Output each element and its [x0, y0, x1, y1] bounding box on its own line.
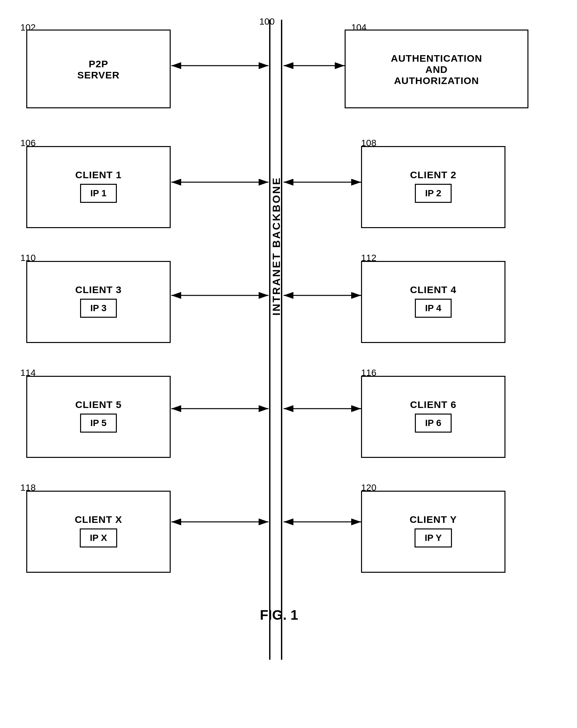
clientY-title: CLIENT Y — [406, 511, 460, 526]
clientX-title: CLIENT X — [72, 511, 126, 526]
p2p-server-box: P2PSERVER — [26, 29, 171, 108]
clientY-box: CLIENT Y IP Y — [361, 491, 505, 573]
client1-ip: IP 1 — [80, 184, 116, 203]
client5-box: CLIENT 5 IP 5 — [26, 376, 171, 458]
client2-ip: IP 2 — [415, 184, 451, 203]
client6-ip: IP 6 — [415, 414, 451, 433]
auth-box: AUTHENTICATIONANDAUTHORIZATION — [345, 29, 528, 108]
client5-title: CLIENT 5 — [72, 396, 125, 412]
client2-box: CLIENT 2 IP 2 — [361, 146, 505, 228]
client3-box: CLIENT 3 IP 3 — [26, 261, 171, 343]
client5-ip: IP 5 — [80, 414, 116, 433]
client4-box: CLIENT 4 IP 4 — [361, 261, 505, 343]
client2-title: CLIENT 2 — [406, 167, 460, 182]
diagram-container: INTRANET BACKBONE — [0, 0, 577, 728]
backbone-label-text: INTRANET BACKBONE — [270, 177, 283, 316]
client3-ip: IP 3 — [80, 299, 116, 318]
client6-title: CLIENT 6 — [406, 396, 460, 412]
clientX-ip: IP X — [80, 528, 117, 547]
client6-box: CLIENT 6 IP 6 — [361, 376, 505, 458]
client1-box: CLIENT 1 IP 1 — [26, 146, 171, 228]
backbone-label: INTRANET BACKBONE — [272, 131, 281, 361]
ref-100: 100 — [259, 17, 275, 27]
client4-ip: IP 4 — [415, 299, 451, 318]
fig-label: FIG. 1 — [230, 607, 328, 623]
clientY-ip: IP Y — [415, 528, 452, 547]
p2p-server-title: P2PSERVER — [74, 56, 123, 82]
client4-title: CLIENT 4 — [406, 282, 460, 297]
auth-title: AUTHENTICATIONANDAUTHORIZATION — [388, 50, 486, 88]
client1-title: CLIENT 1 — [72, 167, 125, 182]
clientX-box: CLIENT X IP X — [26, 491, 171, 573]
client3-title: CLIENT 3 — [72, 282, 125, 297]
